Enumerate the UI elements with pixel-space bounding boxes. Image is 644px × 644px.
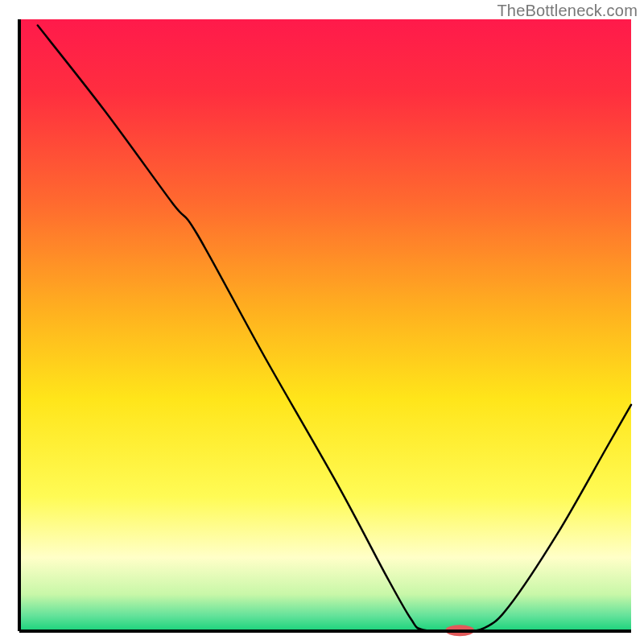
plot-background [19, 19, 631, 631]
chart-frame: TheBottleneck.com [0, 0, 644, 644]
bottleneck-plot [0, 0, 644, 644]
watermark-text: TheBottleneck.com [497, 2, 638, 20]
